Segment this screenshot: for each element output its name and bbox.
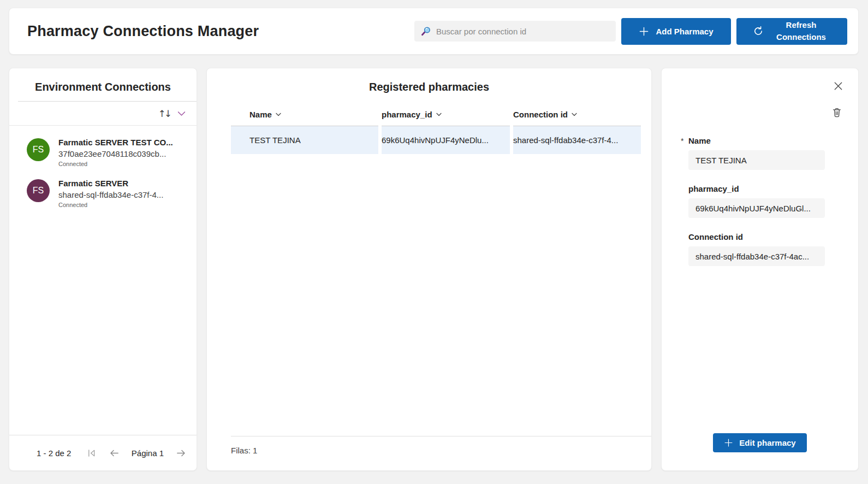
column-header-connection-id[interactable]: Connection id bbox=[513, 103, 641, 126]
connection-id: shared-sql-ffdab34e-c37f-4... bbox=[58, 189, 163, 200]
environment-connections-panel: Environment Connections ↑↓ FS Farmatic S… bbox=[9, 68, 197, 471]
trash-icon bbox=[831, 107, 842, 119]
pharmacy-id-field[interactable] bbox=[688, 198, 825, 218]
delete-pharmacy-button[interactable] bbox=[830, 106, 843, 120]
connection-texts: Farmatic SERVER shared-sql-ffdab34e-c37f… bbox=[58, 178, 163, 209]
connection-list-item[interactable]: FS Farmatic SERVER TEST CO... 37f0ae23ee… bbox=[9, 132, 197, 173]
close-panel-button[interactable] bbox=[832, 80, 845, 92]
add-pharmacy-button[interactable]: Add Pharmacy bbox=[621, 18, 731, 45]
refresh-icon bbox=[753, 26, 764, 37]
page-number-label: Página 1 bbox=[130, 448, 165, 458]
connection-status: Connected bbox=[58, 200, 163, 209]
close-icon bbox=[833, 81, 843, 91]
environment-connections-title: Environment Connections bbox=[9, 68, 197, 93]
search-icon bbox=[421, 26, 431, 37]
chevron-down-icon bbox=[436, 113, 442, 116]
pharmacy-form: * Name pharmacy_id Connection id bbox=[662, 136, 858, 266]
edit-pharmacy-button[interactable]: Edit pharmacy bbox=[713, 433, 807, 452]
sort-chevron-down-icon[interactable] bbox=[177, 111, 186, 116]
name-field[interactable] bbox=[688, 150, 825, 170]
header-card: Pharmacy Connections Manager bbox=[9, 8, 859, 55]
connection-name: Farmatic SERVER TEST CO... bbox=[58, 137, 173, 148]
sort-arrows-icon: ↑↓ bbox=[158, 108, 173, 119]
plus-icon bbox=[724, 438, 733, 447]
avatar: FS bbox=[27, 179, 50, 202]
sort-row: ↑↓ bbox=[9, 102, 197, 125]
rows-count-label: Filas: 1 bbox=[207, 436, 651, 470]
previous-page-button[interactable] bbox=[108, 446, 121, 460]
header-actions: Add Pharmacy Refresh Connections bbox=[414, 18, 847, 45]
cell-connection-id[interactable]: shared-sql-ffdab34e-c37f-4... bbox=[513, 126, 641, 154]
chevron-down-icon bbox=[276, 113, 281, 116]
first-page-button[interactable] bbox=[86, 447, 98, 459]
avatar: FS bbox=[27, 138, 50, 161]
column-header-name[interactable]: Name bbox=[231, 103, 378, 126]
connections-list: FS Farmatic SERVER TEST CO... 37f0ae23ee… bbox=[9, 126, 197, 214]
main-content: Environment Connections ↑↓ FS Farmatic S… bbox=[9, 68, 859, 471]
connection-texts: Farmatic SERVER TEST CO... 37f0ae23ee704… bbox=[58, 137, 173, 168]
name-field-label: * Name bbox=[688, 136, 825, 145]
connection-id-field[interactable] bbox=[688, 246, 825, 266]
registered-pharmacies-title: Registered pharmacies bbox=[207, 68, 651, 93]
plus-icon bbox=[639, 26, 649, 37]
connection-list-item[interactable]: FS Farmatic SERVER shared-sql-ffdab34e-c… bbox=[9, 173, 197, 214]
column-label: pharmacy_id bbox=[382, 110, 432, 119]
refresh-connections-label: Refresh Connections bbox=[771, 19, 831, 43]
pagination-bar: 1 - 2 de 2 Página 1 bbox=[9, 435, 197, 470]
pharmacy-id-field-label: pharmacy_id bbox=[688, 184, 825, 193]
connection-status: Connected bbox=[58, 160, 173, 168]
pagination-summary: 1 - 2 de 2 bbox=[37, 448, 71, 458]
pharmacies-table: Name pharmacy_id Connection id TEST TEJI… bbox=[231, 103, 641, 154]
column-header-pharmacy-id[interactable]: pharmacy_id bbox=[382, 103, 510, 126]
chevron-down-icon bbox=[572, 113, 577, 116]
cell-name[interactable]: TEST TEJINA bbox=[231, 126, 378, 154]
refresh-connections-button[interactable]: Refresh Connections bbox=[736, 18, 847, 45]
add-pharmacy-label: Add Pharmacy bbox=[656, 27, 713, 36]
connection-id: 37f0ae23ee7048118c039cb... bbox=[58, 148, 173, 160]
page-title: Pharmacy Connections Manager bbox=[27, 23, 414, 40]
cell-pharmacy-id[interactable]: 69k6Uq4hivNpUJF4yNeDlu... bbox=[382, 126, 510, 154]
connection-id-field-label: Connection id bbox=[688, 232, 825, 241]
connection-name: Farmatic SERVER bbox=[58, 178, 163, 189]
sort-button[interactable]: ↑↓ bbox=[158, 108, 173, 119]
registered-pharmacies-panel: Registered pharmacies Name pharmacy_id C… bbox=[206, 68, 652, 471]
table-row-selected[interactable]: TEST TEJINA 69k6Uq4hivNpUJF4yNeDlu... sh… bbox=[231, 126, 641, 154]
pharmacy-details-panel: * Name pharmacy_id Connection id bbox=[661, 68, 859, 471]
column-label: Name bbox=[249, 110, 272, 119]
next-page-button[interactable] bbox=[174, 446, 188, 460]
page: Pharmacy Connections Manager bbox=[0, 0, 868, 484]
column-label: Connection id bbox=[513, 110, 568, 119]
search-box[interactable] bbox=[414, 21, 616, 42]
search-input[interactable] bbox=[436, 27, 609, 36]
required-marker: * bbox=[681, 137, 683, 145]
table-header-row: Name pharmacy_id Connection id bbox=[231, 103, 641, 126]
edit-pharmacy-label: Edit pharmacy bbox=[739, 438, 795, 447]
